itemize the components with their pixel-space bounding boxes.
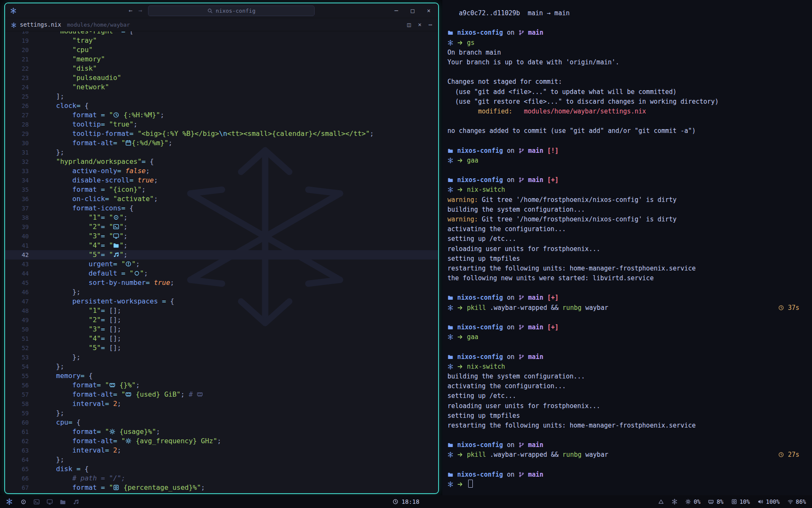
line-number[interactable]: 39	[5, 222, 40, 232]
code-line-31[interactable]: 31 };	[5, 148, 438, 157]
line-number[interactable]: 30	[5, 138, 40, 148]
code-line-23[interactable]: 23 "pulseaudio"	[5, 73, 438, 83]
code-line-62[interactable]: 62 format-alt= " {avg_frequency} GHz";	[5, 436, 438, 446]
line-number[interactable]: 49	[5, 315, 40, 325]
network-module[interactable]: 86%	[787, 498, 806, 505]
line-number[interactable]: 62	[5, 436, 40, 446]
code-line-39[interactable]: 39 "2"= "";	[5, 222, 438, 232]
line-number[interactable]: 59	[5, 409, 40, 418]
line-number[interactable]: 25	[5, 92, 40, 101]
code-line-21[interactable]: 21 "memory"	[5, 55, 438, 64]
code-line-30[interactable]: 30 format-alt= "{:%d/%m}";	[5, 138, 438, 148]
nix-launcher-icon[interactable]	[6, 498, 13, 505]
line-number[interactable]: 35	[5, 185, 40, 194]
code-line-56[interactable]: 56 format= " {}%";	[5, 381, 438, 390]
line-number[interactable]: 54	[5, 362, 40, 371]
code-line-46[interactable]: 46 };	[5, 287, 438, 297]
code-line-44[interactable]: 44 default = "";	[5, 269, 438, 278]
line-number[interactable]: 47	[5, 297, 40, 306]
line-number[interactable]: 46	[5, 287, 40, 297]
line-number[interactable]: 26	[5, 101, 40, 110]
code-line-63[interactable]: 63 interval= 2;	[5, 446, 438, 455]
more-actions-button[interactable]: ⋯	[429, 21, 432, 28]
line-number[interactable]: 21	[5, 55, 40, 64]
line-number[interactable]: 57	[5, 390, 40, 399]
line-number[interactable]: 58	[5, 399, 40, 409]
line-number[interactable]: 33	[5, 166, 40, 176]
line-number[interactable]: 55	[5, 371, 40, 381]
line-number[interactable]: 60	[5, 418, 40, 427]
code-line-65[interactable]: 65 disk = {	[5, 464, 438, 474]
code-line-57[interactable]: 57 format-alt= " {used} GiB"; #	[5, 390, 438, 399]
code-line-25[interactable]: 25 ];	[5, 92, 438, 101]
line-number[interactable]: 23	[5, 73, 40, 83]
code-line-29[interactable]: 29 tooltip-format= "<big>{:%Y %B}</big>\…	[5, 129, 438, 138]
code-line-20[interactable]: 20 "cpu"	[5, 45, 438, 55]
line-number[interactable]: 61	[5, 427, 40, 436]
code-line-43[interactable]: 43 urgent= "";	[5, 260, 438, 269]
code-line-59[interactable]: 59 };	[5, 409, 438, 418]
code-line-64[interactable]: 64 };	[5, 455, 438, 464]
back-button[interactable]: ←	[129, 7, 132, 14]
code-line-53[interactable]: 53 };	[5, 353, 438, 362]
line-number[interactable]: 67	[5, 483, 40, 492]
line-number[interactable]: 24	[5, 83, 40, 92]
line-number[interactable]: 27	[5, 110, 40, 120]
line-number[interactable]: 22	[5, 64, 40, 73]
workspace-4[interactable]	[60, 498, 66, 505]
code-line-47[interactable]: 47 persistent-workspaces = {	[5, 297, 438, 306]
line-number[interactable]: 43	[5, 260, 40, 269]
line-number[interactable]: 68	[5, 492, 40, 494]
code-line-51[interactable]: 51 "4"= [];	[5, 334, 438, 343]
line-number[interactable]: 51	[5, 334, 40, 343]
code-line-27[interactable]: 27 format = " {:%H:%M}";	[5, 110, 438, 120]
code-line-49[interactable]: 49 "2"= [];	[5, 315, 438, 325]
code-line-41[interactable]: 41 "4"= "";	[5, 241, 438, 250]
code-line-54[interactable]: 54 };	[5, 362, 438, 371]
tab-settings-nix[interactable]: settings.nix modules/home/waybar	[5, 18, 137, 31]
line-number[interactable]: 28	[5, 120, 40, 129]
line-number[interactable]: 44	[5, 269, 40, 278]
code-line-37[interactable]: 37 format-icons= {	[5, 204, 438, 213]
code-line-18[interactable]: 18 "modules-right" = [	[5, 31, 438, 36]
close-tab-button[interactable]: ×	[418, 21, 421, 28]
line-number[interactable]: 45	[5, 278, 40, 287]
workspace-2[interactable]	[33, 498, 40, 505]
code-line-67[interactable]: 67 format = " {percentage_used}%";	[5, 483, 438, 492]
forward-button[interactable]: →	[138, 7, 142, 14]
line-number[interactable]: 36	[5, 194, 40, 204]
line-number[interactable]: 64	[5, 455, 40, 464]
tray-icon-1[interactable]	[658, 498, 664, 505]
search-box[interactable]: nixos-config	[148, 6, 315, 16]
code-line-22[interactable]: 22 "disk"	[5, 64, 438, 73]
pulseaudio-module[interactable]: 100%	[757, 498, 780, 505]
line-number[interactable]: 38	[5, 213, 40, 222]
code-line-35[interactable]: 35 format = "{icon}";	[5, 185, 438, 194]
workspace-5[interactable]	[73, 498, 79, 505]
code-line-32[interactable]: 32 "hyprland/workspaces"= {	[5, 157, 438, 166]
memory-module[interactable]: 8%	[708, 498, 723, 505]
code-line-48[interactable]: 48 "1"= [];	[5, 306, 438, 315]
line-number[interactable]: 34	[5, 176, 40, 185]
line-number[interactable]: 32	[5, 157, 40, 166]
code-area[interactable]: 18 "modules-right" = [19 "tray"20 "cpu"2…	[5, 31, 438, 494]
code-line-61[interactable]: 61 format= " {usage}%";	[5, 427, 438, 436]
line-number[interactable]: 53	[5, 353, 40, 362]
line-number[interactable]: 56	[5, 381, 40, 390]
line-number[interactable]: 29	[5, 129, 40, 138]
editor-titlebar[interactable]: ← → nixos-config ─ □ ×	[5, 3, 438, 18]
line-number[interactable]: 31	[5, 148, 40, 157]
line-number[interactable]: 40	[5, 232, 40, 241]
line-number[interactable]: 42	[5, 250, 40, 260]
cpu-module[interactable]: 0%	[685, 498, 700, 505]
code-line-26[interactable]: 26 clock= {	[5, 101, 438, 110]
code-line-50[interactable]: 50 "3"= [];	[5, 325, 438, 334]
code-line-58[interactable]: 58 interval= 2;	[5, 399, 438, 409]
workspace-1[interactable]	[20, 498, 27, 505]
code-line-40[interactable]: 40 "3"= "";	[5, 232, 438, 241]
line-number[interactable]: 63	[5, 446, 40, 455]
line-number[interactable]: 50	[5, 325, 40, 334]
code-line-34[interactable]: 34 disable-scroll= true;	[5, 176, 438, 185]
code-line-19[interactable]: 19 "tray"	[5, 36, 438, 45]
code-line-42[interactable]: 42 "5"= "";	[5, 250, 438, 260]
